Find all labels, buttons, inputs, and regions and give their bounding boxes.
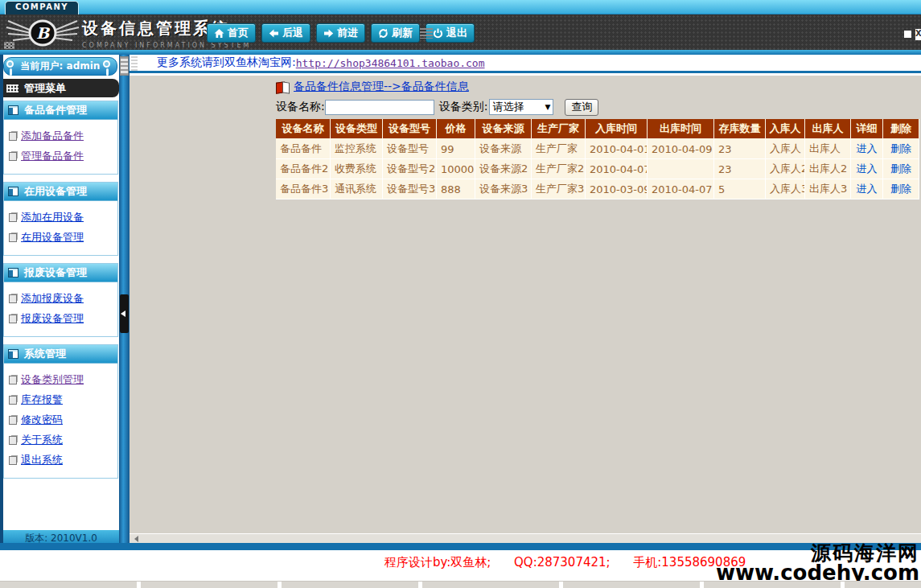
cell-out-date [648, 159, 714, 179]
menu-title-label: 管理菜单 [24, 81, 66, 96]
cell-in-date: 2010-04-01 [586, 139, 648, 159]
home-icon [214, 28, 224, 39]
detail-link[interactable]: 进入 [857, 183, 878, 195]
sidebar-link[interactable]: 报废设备管理 [21, 311, 84, 326]
cell-manufacturer: 生产厂家2 [532, 159, 586, 179]
sidebar-link[interactable]: 设备类别管理 [21, 372, 84, 387]
grid-icon [6, 84, 19, 93]
device-type-select[interactable]: 请选择 ▼ [489, 99, 553, 115]
sidebar-link[interactable]: 关于系统 [21, 433, 63, 447]
horizontal-scrollbar[interactable] [130, 533, 921, 543]
cell-price: 888 [437, 179, 475, 199]
cell-price: 99 [437, 139, 475, 159]
sidebar-section-in-use: 在用设备管理 添加在用设备 在用设备管理 [3, 182, 118, 256]
col-header: 入库时间 [586, 119, 648, 139]
exit-label: 退出 [446, 26, 467, 40]
section-title: 系统管理 [24, 347, 66, 361]
back-button[interactable]: 后退 [261, 23, 310, 43]
cell-out-person: 出库人3 [805, 179, 851, 199]
section-header[interactable]: 在用设备管理 [4, 183, 117, 201]
pin-icon [103, 60, 110, 68]
back-arrow-icon [269, 28, 279, 39]
sidebar-item-device-category[interactable]: 设备类别管理 [9, 372, 114, 387]
current-user-bar: 当前用户: admin [3, 57, 117, 76]
sidebar-item-manage-spare-part[interactable]: 管理备品备件 [9, 149, 114, 163]
delete-link[interactable]: 删除 [890, 162, 911, 175]
cell-out-date: 2010-04-09 [648, 139, 714, 159]
sidebar-link[interactable]: 添加在用设备 [21, 210, 84, 224]
sidebar-link[interactable]: 添加备品备件 [21, 129, 84, 143]
credit-text: 程序设计by:双鱼林; QQ:287307421; 手机:13558690869 [384, 555, 746, 570]
table-row: 备品备件2 收费系统 设备型号2 10000 设备来源2 生产厂家2 2010-… [276, 159, 919, 179]
device-type-label: 设备类别: [439, 100, 488, 114]
exit-button[interactable]: 退出 [426, 23, 475, 43]
col-header: 存库数量 [714, 119, 766, 139]
menu-title-bar: 管理菜单 [3, 79, 119, 97]
select-value: 请选择 [492, 100, 524, 114]
table-row: 备品备件 监控系统 设备型号 99 设备来源 生产厂家 2010-04-01 2… [276, 139, 919, 159]
cell-source: 设备来源2 [475, 159, 532, 179]
forward-button[interactable]: 前进 [316, 23, 365, 43]
col-header: 出库时间 [648, 119, 714, 139]
dots-decoration-icon [4, 42, 14, 49]
cell-in-person: 入库人2 [766, 159, 805, 179]
cell-manufacturer: 生产厂家3 [532, 179, 586, 199]
back-label: 后退 [282, 26, 303, 40]
device-name-input[interactable] [325, 100, 434, 115]
sidebar-item-about-system[interactable]: 关于系统 [9, 433, 114, 447]
col-header: 生产厂家 [532, 119, 586, 139]
device-name-label: 设备名称: [276, 100, 325, 114]
cell-model: 设备型号3 [383, 179, 437, 199]
power-icon [433, 28, 443, 39]
col-header: 设备型号 [383, 119, 437, 139]
col-header: 详细 [851, 119, 883, 139]
app-header: B 设备信息管理系统 COMPANY INFORMATION SYSTEM 首页… [0, 14, 921, 50]
sidebar-item-manage-scrapped[interactable]: 报废设备管理 [9, 311, 114, 326]
sidebar-item-add-in-use[interactable]: 添加在用设备 [9, 210, 114, 224]
sidebar-item-exit-system[interactable]: 退出系统 [9, 453, 114, 467]
cell-in-date: 2010-03-09 [586, 179, 648, 199]
spare-parts-table: 设备名称 设备类型 设备型号 价格 设备来源 生产厂家 入库时间 出库时间 存库… [276, 119, 919, 199]
taobao-link[interactable]: http://shop34864101.taobao.com [296, 57, 485, 69]
home-button[interactable]: 首页 [207, 23, 256, 43]
sidebar-link[interactable]: 添加报废设备 [21, 291, 84, 306]
detail-link[interactable]: 进入 [857, 142, 878, 154]
sidebar-divider [119, 55, 130, 550]
query-button[interactable]: 查询 [565, 99, 598, 116]
delete-link[interactable]: 删除 [890, 142, 911, 154]
section-title: 备品备件管理 [24, 103, 87, 117]
sidebar-item-stock-alarm[interactable]: 库存报警 [9, 393, 114, 407]
section-header[interactable]: 系统管理 [4, 345, 117, 364]
sidebar-item-manage-in-use[interactable]: 在用设备管理 [9, 230, 114, 245]
sidebar-link[interactable]: 管理备品备件 [21, 149, 84, 163]
sidebar-link[interactable]: 修改密码 [21, 413, 63, 427]
breadcrumb-link[interactable]: 备品备件信息管理-->备品备件信息 [294, 80, 469, 94]
detail-link[interactable]: 进入 [857, 162, 878, 175]
section-header[interactable]: 备品备件管理 [4, 101, 117, 120]
sidebar-item-add-spare-part[interactable]: 添加备品备件 [9, 129, 114, 143]
cell-in-date: 2010-04-07 [586, 159, 648, 179]
page-icon [9, 132, 17, 141]
divider-grip[interactable] [120, 56, 129, 76]
forward-arrow-icon [323, 28, 334, 39]
sidebar-link[interactable]: 库存报警 [21, 393, 63, 407]
menu-lines-icon[interactable] [420, 28, 433, 39]
breadcrumb: 备品备件信息管理-->备品备件信息 [276, 80, 921, 94]
cell-type: 监控系统 [331, 139, 383, 159]
window-icon [8, 349, 19, 359]
sidebar-item-add-scrapped[interactable]: 添加报废设备 [9, 291, 114, 306]
sidebar-link[interactable]: 退出系统 [21, 453, 63, 467]
company-tab[interactable]: COMPANY [5, 1, 79, 14]
col-header: 出库人 [805, 119, 851, 139]
refresh-button[interactable]: 刷新 [371, 23, 420, 43]
sidebar-item-change-password[interactable]: 修改密码 [9, 413, 114, 427]
refresh-label: 刷新 [392, 26, 413, 40]
sidebar-section-spare-parts: 备品备件管理 添加备品备件 管理备品备件 [3, 101, 118, 175]
delete-link[interactable]: 删除 [890, 183, 911, 195]
scroll-left-arrow-icon [134, 536, 138, 542]
sidebar-collapse-handle[interactable] [120, 294, 129, 333]
sidebar-section-scrapped: 报废设备管理 添加报废设备 报废设备管理 [3, 263, 118, 337]
scroll-left-button[interactable] [131, 535, 141, 543]
sidebar-link[interactable]: 在用设备管理 [21, 230, 84, 245]
section-header[interactable]: 报废设备管理 [4, 264, 117, 282]
